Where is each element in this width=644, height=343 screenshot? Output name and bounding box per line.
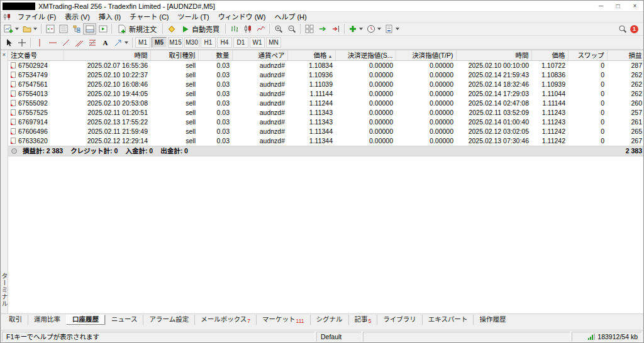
arrows-tool-button[interactable] — [112, 37, 130, 48]
metaeditor-button[interactable] — [165, 23, 178, 35]
history-row[interactable]: 67534749 2025.02.10 10:22:37 sell 0.03 a… — [8, 70, 644, 80]
crosshair-button[interactable] — [15, 37, 28, 48]
terminal-tab[interactable]: シグナル — [310, 315, 348, 325]
timeframe-button[interactable]: H4 — [217, 37, 232, 48]
navigator-button[interactable] — [70, 23, 83, 35]
column-header[interactable]: 損益 — [607, 50, 644, 60]
terminal-tab[interactable]: 運用比率 — [28, 315, 66, 325]
chart-window-icon — [3, 13, 12, 21]
timeframe-button[interactable]: MN — [266, 37, 281, 48]
menu-item[interactable]: ファイル (F) — [13, 12, 60, 22]
cell-profit: 261 — [607, 117, 644, 127]
terminal-tab[interactable]: エキスパート — [422, 315, 474, 325]
zoom-out-button[interactable] — [285, 23, 298, 35]
terminal-tab[interactable]: マーケット111 — [256, 315, 309, 325]
history-row[interactable]: 67606496 2025.02.11 21:59:49 sell 0.03 a… — [8, 127, 644, 136]
menu-item[interactable]: ツール (T) — [174, 12, 214, 22]
column-header[interactable]: 価格▲ — [287, 50, 335, 60]
trendline-button[interactable] — [59, 37, 72, 48]
history-header-row: 注文番号時間取引種別数量通貨ペア価格▲決済逆指値(S...決済指値(T/P)時間… — [8, 50, 644, 60]
cell-order: 67534749 — [8, 70, 64, 80]
history-row[interactable]: 67502924 2025.02.07 16:55:36 sell 0.03 a… — [8, 60, 644, 70]
line-chart-button[interactable] — [254, 23, 267, 35]
close-button[interactable]: × — [626, 1, 643, 11]
minimize-button[interactable]: ─ — [592, 1, 609, 11]
column-header[interactable]: 時間 — [64, 50, 150, 60]
data-window-button[interactable] — [57, 23, 70, 35]
column-header[interactable]: 取引種別 — [150, 50, 198, 60]
terminal-tab[interactable]: ニュース — [105, 315, 143, 325]
templates-button[interactable] — [383, 23, 401, 35]
vertical-line-button[interactable] — [33, 37, 46, 48]
notification-badge[interactable]: 1 — [630, 25, 638, 33]
market-watch-button[interactable] — [43, 23, 57, 35]
column-header[interactable]: 決済指値(T/P) — [396, 50, 456, 60]
timeframe-button[interactable]: D1 — [233, 37, 248, 48]
new-order-button[interactable]: 新規注文 — [114, 23, 160, 35]
column-header[interactable]: 時間 — [456, 50, 531, 60]
history-row[interactable]: 67547561 2025.02.10 16:08:46 sell 0.03 a… — [8, 80, 644, 89]
cell-take-profit: 0.00000 — [396, 127, 456, 136]
cell-open-price: 1.11344 — [287, 136, 335, 146]
tile-windows-button[interactable] — [303, 23, 316, 35]
cell-close-time: 2025.02.13 07:30:46 — [456, 136, 531, 146]
timeframe-button[interactable]: M5 — [152, 37, 167, 48]
text-tool-button[interactable]: A — [99, 37, 112, 48]
column-header[interactable]: スワップ — [568, 50, 607, 60]
cell-symbol: audnzd# — [232, 99, 287, 108]
chart-shift-button[interactable] — [329, 23, 342, 35]
terminal-tab[interactable]: 記事5 — [348, 315, 377, 325]
column-header[interactable]: 通貨ペア — [232, 50, 287, 60]
auto-trading-button[interactable]: 自動売買 — [178, 23, 223, 35]
indicators-button[interactable] — [347, 23, 365, 35]
history-row[interactable]: 67557525 2025.02.11 01:20:51 sell 0.03 a… — [8, 108, 644, 117]
indicators-plus-icon — [348, 24, 357, 33]
column-header[interactable]: 決済逆指値(S... — [335, 50, 396, 60]
periods-button[interactable] — [365, 23, 383, 35]
auto-scroll-button[interactable] — [316, 23, 329, 35]
timeframe-button[interactable]: M30 — [184, 37, 199, 48]
cursor-button[interactable] — [2, 37, 15, 48]
empty-area — [8, 156, 643, 314]
terminal-tab[interactable]: メールボックス7 — [194, 315, 256, 325]
horizontal-line-button[interactable] — [46, 37, 59, 48]
history-row[interactable]: 67633620 2025.02.12 12:29:14 sell 0.03 a… — [8, 136, 644, 146]
new-chart-button[interactable] — [2, 23, 21, 35]
terminal-tab[interactable]: 口座履歴 — [66, 315, 105, 325]
column-header[interactable]: 数量 — [198, 50, 232, 60]
history-row[interactable]: 67697914 2025.02.13 17:55:22 sell 0.03 a… — [8, 117, 644, 127]
menu-item[interactable]: 挿入 (I) — [94, 12, 125, 22]
timeframe-button[interactable]: M15 — [168, 37, 183, 48]
zoom-in-button[interactable] — [272, 23, 285, 35]
channel-button[interactable] — [72, 37, 86, 48]
column-header[interactable]: 注文番号 — [8, 50, 64, 60]
menu-item[interactable]: チャート (C) — [125, 12, 173, 22]
terminal-tab[interactable]: 取引 — [3, 315, 28, 325]
cell-type: sell — [150, 127, 198, 136]
history-row[interactable]: 67555092 2025.02.10 20:53:08 sell 0.03 a… — [8, 99, 644, 108]
menu-item[interactable]: ウィンドウ (W) — [214, 12, 270, 22]
menu-item[interactable]: 表示 (V) — [60, 12, 94, 22]
status-profile[interactable]: Default — [316, 332, 362, 342]
summary-label: クレジット計: — [70, 147, 113, 155]
candlestick-chart-button[interactable] — [241, 23, 254, 35]
timeframe-button[interactable]: W1 — [250, 37, 265, 48]
terminal-tab[interactable]: 操作履歴 — [473, 315, 511, 325]
timeframe-button[interactable]: M1 — [135, 37, 150, 48]
fibonacci-button[interactable] — [86, 37, 99, 48]
timeframe-button[interactable]: H1 — [201, 37, 216, 48]
cell-open-price: 1.10834 — [287, 60, 335, 70]
search-button[interactable] — [616, 23, 629, 35]
cell-order: 67606496 — [8, 127, 64, 136]
panel-close-icon[interactable]: × — [1, 51, 8, 58]
strategy-tester-button[interactable] — [96, 23, 109, 35]
terminal-tab[interactable]: アラーム設定 — [143, 315, 194, 325]
terminal-tab[interactable]: ライブラリ — [377, 315, 422, 325]
maximize-button[interactable]: □ — [609, 1, 626, 11]
menu-item[interactable]: ヘルプ (H) — [270, 12, 311, 22]
bar-chart-button[interactable] — [228, 23, 241, 35]
profiles-button[interactable] — [21, 23, 39, 35]
history-row[interactable]: 67554013 2025.02.10 19:44:05 sell 0.03 a… — [8, 89, 644, 99]
column-header[interactable]: 価格 — [531, 50, 568, 60]
terminal-button[interactable] — [83, 23, 96, 35]
